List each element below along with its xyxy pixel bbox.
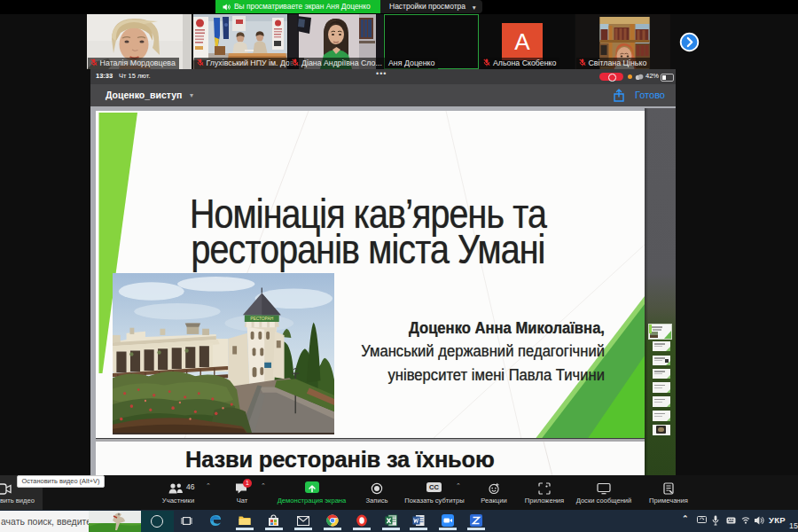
svg-text:РЕСТОРАН: РЕСТОРАН [250,316,273,321]
